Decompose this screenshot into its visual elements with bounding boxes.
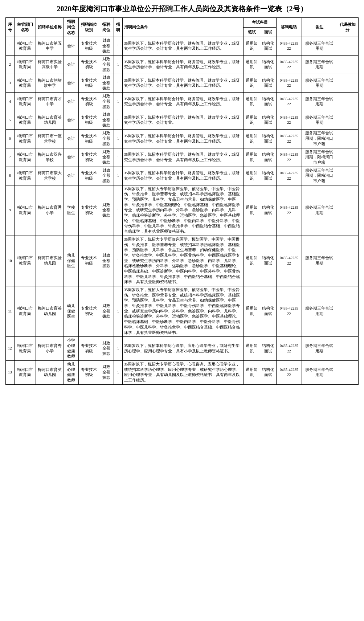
table-cell: 35周岁以下，统招本科学历会计学、财务管理、财政学专业，或研究生学历会计学、会计… [122,130,244,148]
table-cell: 通用知识 [244,360,260,384]
table-cell: 结构化面试 [260,56,276,74]
table-cell: 服务期三年合试用期 [302,286,337,337]
table-cell: 结构化面试 [260,93,276,111]
table-row: 9梅河口市教育局梅河口市育秀小学学校医生专业技术初级财政全额拨款135周岁以下，… [6,185,359,236]
header-conditions: 招聘岗位条件 [122,18,244,37]
table-cell: 0435-42235 22 [276,286,302,337]
table-cell: 财政全额拨款 [99,37,114,56]
table-cell: 1 [114,148,123,167]
table-cell: 梅河口市教育局 [14,185,36,236]
header-pos: 招聘岗位名称 [64,18,79,37]
page-title: 2020年度梅河口市事业单位公开招聘工作人员岗位及其资格条件一览表（2号） [5,4,359,14]
table-cell: 1 [114,74,123,93]
table-cell: 通用知识 [244,185,260,236]
table-cell: 梅河口市第五中学 [36,37,64,56]
table-cell: 财政全额拨款 [99,148,114,167]
table-cell: 1 [114,111,123,130]
table-cell: 35周岁以下，统招本科学历会计学、财务管理、财政学专业，或研究生学历会计学、会计… [122,56,244,74]
header-interview: 面试 [260,27,276,37]
table-cell: 1 [114,337,123,361]
table-cell: 结构化面试 [260,337,276,361]
table-cell: 财政全额拨款 [99,286,114,337]
table-cell: 1 [114,56,123,74]
table-row: 12梅河口市教育局梅河口市育秀小学小学心理健康教师专业技术初级财政全额拨款135… [6,337,359,361]
table-cell: 13 [6,360,15,384]
table-cell: 梅河口市育英幼儿园 [36,111,64,130]
header-dept: 主管部门名称 [14,18,36,37]
table-cell: 会计 [64,56,79,74]
table-cell: 幼儿心理健康教师 [64,360,79,384]
table-cell: 1 [114,167,123,185]
table-cell: 结构化面试 [260,236,276,286]
table-cell: 梅河口市实验高级中学 [36,56,64,74]
table-cell: 财政全额拨款 [99,74,114,93]
table-row: 10梅河口市教育局梅河口市实验幼儿园幼儿保健医生专业技术初级财政全额拨款135周… [6,236,359,286]
table-cell [337,93,358,111]
table-cell: 梅河口市教育局 [14,236,36,286]
table-cell: 服务期三年合试用期，限梅河口市户籍 [302,130,337,148]
table-cell: 梅河口市教育局 [14,37,36,56]
table-cell: 1 [114,286,123,337]
table-cell: 财政全额拨款 [99,56,114,74]
table-cell: 结构化面试 [260,360,276,384]
table-row: 11梅河口市教育局梅河口市育英幼儿园幼儿保健医生专业技术初级财政全额拨款135周… [6,286,359,337]
table-cell: 会计 [64,37,79,56]
table-cell: 服务期三年合试用期，限梅河口市户籍 [302,148,337,167]
table-cell: 梅河口市教育局 [14,167,36,185]
table-cell: 结构化面试 [260,286,276,337]
header-extra: 代课教加分 [337,18,358,37]
table-cell: 梅河口市教育局 [14,360,36,384]
header-phone: 咨询电话 [276,18,302,37]
table-cell: 梅河口市一座营学校 [36,130,64,148]
table-cell: 结构化面试 [260,37,276,56]
table-cell [337,56,358,74]
table-cell [337,74,358,93]
table-cell: 梅河口市实验幼儿园 [36,236,64,286]
table-cell: 1 [114,37,123,56]
table-cell: 专业技术初级 [79,148,99,167]
table-cell: 1 [114,236,123,286]
table-cell: 通用知识 [244,167,260,185]
table-cell: 梅河口市教育局 [14,93,36,111]
table-row: 8梅河口市教育局梅河口市康大营学校会计专业技术初级财政全额拨款135周岁以下，统… [6,167,359,185]
table-cell: 0435-42235 22 [276,37,302,56]
table-cell: 梅河口市育秀小学 [36,337,64,361]
table-cell: 梅河口市康大营学校 [36,167,64,185]
table-cell: 0435-42235 22 [276,185,302,236]
header-seq: 序号 [6,18,15,37]
table-cell: 通用知识 [244,286,260,337]
table-row: 7梅河口市教育局梅河口市双兴学校会计专业技术初级财政全额拨款135周岁以下，统招… [6,148,359,167]
table-cell: 专业技术初级 [79,56,99,74]
table-cell: 专业技术初级 [79,74,99,93]
table-cell: 35周岁以下，统招本科学历会计学、财务管理、财政学专业，或研究生学历会计学、会计… [122,37,244,56]
header-recruit: 招聘 [114,18,123,37]
table-cell: 服务期三年合试用期 [302,74,337,93]
table-cell: 2 [6,56,15,74]
table-cell: 财政全额拨款 [99,185,114,236]
table-cell: 财政全额拨款 [99,111,114,130]
table-cell: 0435-42235 22 [276,167,302,185]
table-cell: 梅河口市朝鲜族中学 [36,74,64,93]
table-cell: 1 [114,130,123,148]
table-cell: 服务期三年合试用期 [302,337,337,361]
table-cell: 财政全额拨款 [99,236,114,286]
table-cell: 梅河口市教育局 [14,130,36,148]
table-cell: 35周岁以下，统招本科学历会计学、财务管理、财政学专业，或研究生学历会计学、会计… [122,111,244,130]
table-row: 6梅河口市教育局梅河口市一座营学校会计专业技术初级财政全额拨款135周岁以下，统… [6,130,359,148]
table-cell: 通用知识 [244,337,260,361]
table-cell: 专业技术初级 [79,37,99,56]
table-cell [337,167,358,185]
table-cell [337,236,358,286]
table-cell: 0435-42235 22 [276,236,302,286]
table-cell: 财政全额拨款 [99,337,114,361]
table-cell: 8 [6,167,15,185]
table-cell: 结构化面试 [260,130,276,148]
table-cell: 11 [6,286,15,337]
table-cell: 梅河口市双兴学校 [36,148,64,167]
table-cell: 0435-42235 22 [276,93,302,111]
table-cell: 服务期三年合试用期 [302,93,337,111]
table-cell: 幼儿保健医生 [64,286,79,337]
table-cell: 结构化面试 [260,167,276,185]
table-cell: 结构化面试 [260,111,276,130]
table-cell: 专业技术初级 [79,111,99,130]
